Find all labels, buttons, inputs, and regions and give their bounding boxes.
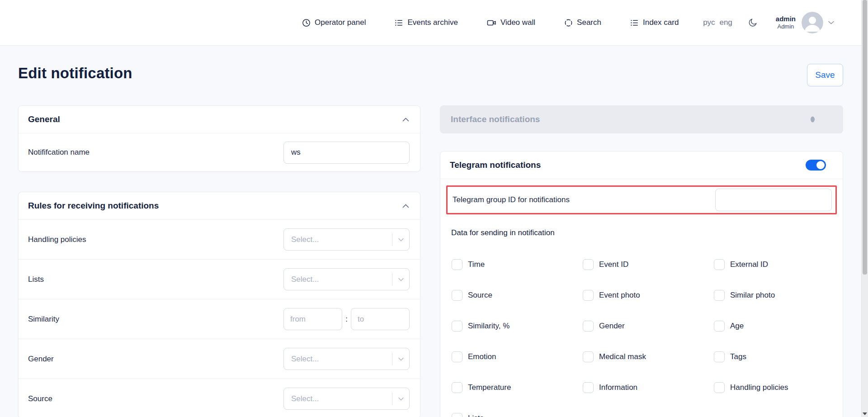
disabled-status-dot: [811, 117, 815, 123]
nav-label: Operator panel: [315, 18, 366, 27]
similarity-label: Similarity: [28, 315, 59, 324]
checkbox-box[interactable]: [583, 259, 594, 270]
checkbox-box[interactable]: [452, 382, 462, 393]
user-name: admin: [776, 15, 796, 24]
vertical-scrollbar-thumb[interactable]: [863, 0, 867, 275]
gender-row: Gender Select...: [19, 339, 420, 379]
checkbox-box[interactable]: [583, 290, 594, 301]
checkbox-time[interactable]: Time: [452, 259, 583, 270]
interface-notifications-title: Interface notifications: [451, 114, 540, 124]
scrollbar-down-arrow[interactable]: [863, 412, 867, 415]
rules-card-header[interactable]: Rules for receiving notifications: [19, 192, 420, 220]
checkbox-similarity[interactable]: Similarity, %: [452, 321, 583, 332]
notification-name-row: Notififcation name: [19, 133, 420, 171]
general-card: General Notififcation name: [18, 105, 420, 172]
nav-item-events-archive[interactable]: Events archive: [395, 18, 458, 27]
chevron-down-icon[interactable]: [392, 238, 409, 242]
checkbox-similar-photo[interactable]: Similar photo: [714, 290, 845, 301]
checkbox-tags[interactable]: Tags: [714, 351, 845, 362]
select-placeholder: Select...: [284, 355, 392, 364]
checkbox-temperature[interactable]: Temperature: [452, 382, 583, 393]
checkbox-box[interactable]: [714, 321, 725, 332]
right-column: Interface notifications Telegram notific…: [440, 105, 843, 417]
nav-item-video-wall[interactable]: Video wall: [487, 18, 535, 27]
checkbox-event-id[interactable]: Event ID: [583, 259, 714, 270]
telegram-card-title: Telegram notifications: [450, 160, 541, 170]
notification-name-input[interactable]: [283, 142, 410, 164]
chevron-down-icon[interactable]: [392, 357, 409, 361]
checkbox-age[interactable]: Age: [714, 321, 845, 332]
nav-menu: Operator panel Events archive Video wall…: [302, 0, 679, 45]
checkbox-box[interactable]: [452, 321, 462, 332]
similarity-range: :: [283, 308, 410, 330]
chevron-down-icon[interactable]: [392, 278, 409, 281]
dark-mode-toggle[interactable]: [748, 18, 758, 28]
gender-label: Gender: [28, 355, 54, 364]
checkbox-box[interactable]: [583, 351, 594, 362]
checkbox-handling-policies[interactable]: Handling policies: [714, 382, 845, 393]
lists-row: Lists Select...: [19, 259, 420, 299]
source-label: Source: [28, 394, 52, 403]
avatar[interactable]: [802, 12, 823, 33]
checkbox-information[interactable]: Information: [583, 382, 714, 393]
checkbox-box[interactable]: [452, 259, 462, 270]
lists-label: Lists: [28, 275, 44, 284]
checkbox-box[interactable]: [714, 351, 725, 362]
language-eng-button[interactable]: eng: [719, 18, 732, 27]
checkbox-box[interactable]: [583, 382, 594, 393]
checkbox-box[interactable]: [714, 382, 725, 393]
data-for-sending-label: Data for sending in notification: [451, 228, 843, 237]
select-placeholder: Select...: [284, 235, 392, 244]
select-placeholder: Select...: [284, 275, 392, 284]
handling-policies-label: Handling policies: [28, 235, 86, 244]
checkbox-external-id[interactable]: External ID: [714, 259, 845, 270]
similarity-to-input[interactable]: [351, 308, 410, 330]
language-rus-button[interactable]: рус: [703, 18, 715, 27]
nav-item-search[interactable]: Search: [564, 18, 601, 27]
chevron-up-icon[interactable]: [402, 204, 409, 208]
handling-policies-row: Handling policies Select...: [19, 220, 420, 259]
chevron-up-icon[interactable]: [402, 118, 409, 122]
toggle-knob: [816, 161, 825, 169]
nav-label: Events archive: [407, 18, 458, 27]
checkbox-emotion[interactable]: Emotion: [452, 351, 583, 362]
user-menu-chevron[interactable]: [828, 21, 834, 24]
lists-select[interactable]: Select...: [283, 268, 410, 290]
checkbox-gender[interactable]: Gender: [583, 321, 714, 332]
vertical-scrollbar-track[interactable]: [861, 0, 868, 417]
nav-item-index-card[interactable]: Index card: [630, 18, 679, 27]
rules-card: Rules for receiving notifications Handli…: [18, 192, 420, 417]
checkbox-box[interactable]: [452, 351, 462, 362]
save-button[interactable]: Save: [807, 64, 843, 86]
checkbox-box[interactable]: [583, 321, 594, 332]
checkbox-source[interactable]: Source: [452, 290, 583, 301]
moon-icon: [748, 18, 758, 28]
handling-policies-select[interactable]: Select...: [283, 228, 410, 251]
checkbox-box[interactable]: [452, 290, 462, 301]
top-navigation-bar: Operator panel Events archive Video wall…: [0, 0, 868, 46]
chevron-down-icon[interactable]: [392, 397, 409, 401]
nav-label: Search: [577, 18, 601, 27]
notification-data-checkbox-grid: Time Event ID External ID Source Event p…: [452, 259, 843, 417]
nav-label: Video wall: [500, 18, 535, 27]
checkbox-medical-mask[interactable]: Medical mask: [583, 351, 714, 362]
telegram-group-id-input[interactable]: [715, 189, 832, 211]
telegram-enabled-toggle[interactable]: [806, 160, 826, 171]
checkbox-box[interactable]: [452, 413, 462, 417]
general-card-header[interactable]: General: [19, 106, 420, 133]
similarity-from-input[interactable]: [283, 308, 342, 330]
list-icon: [630, 19, 639, 27]
checkbox-event-photo[interactable]: Event photo: [583, 290, 714, 301]
nav-item-operator-panel[interactable]: Operator panel: [302, 18, 366, 27]
checkbox-lists[interactable]: Lists: [452, 413, 583, 417]
user-info[interactable]: admin Admin: [776, 15, 796, 31]
gender-select[interactable]: Select...: [283, 348, 410, 370]
select-placeholder: Select...: [284, 394, 392, 403]
similarity-row: Similarity :: [19, 299, 420, 339]
user-role: Admin: [776, 23, 796, 30]
checkbox-box[interactable]: [714, 259, 725, 270]
checkbox-box[interactable]: [714, 290, 725, 301]
nav-label: Index card: [643, 18, 679, 27]
source-select[interactable]: Select...: [283, 388, 410, 410]
telegram-group-id-label: Telegram group ID for notifications: [453, 195, 570, 204]
